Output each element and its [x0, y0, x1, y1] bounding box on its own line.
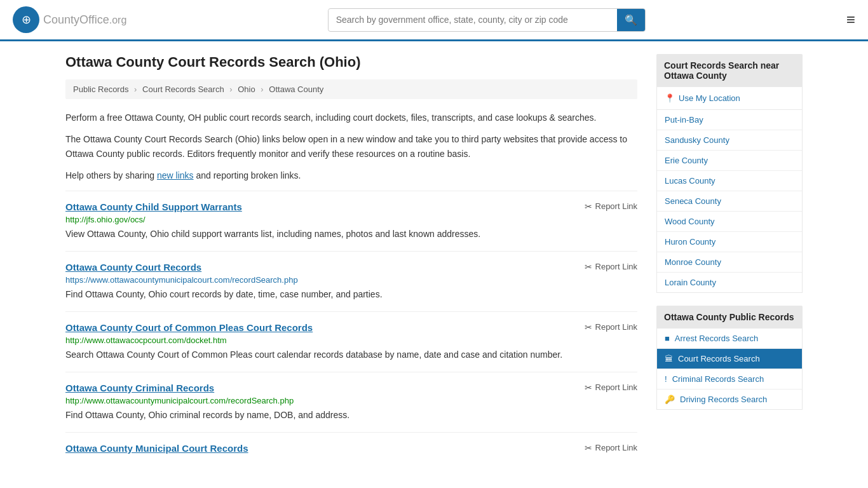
sidebar-public-records-section: Ottawa County Public Records ■ Arrest Re… [656, 306, 803, 410]
sidebar-item-wood[interactable]: Wood County [657, 212, 802, 232]
logo-area: ⊕ CountyOffice.org [13, 6, 126, 33]
logo-name: CountyOffice [43, 13, 109, 26]
result-item-3: Ottawa County Court of Common Pleas Cour… [65, 311, 637, 372]
logo-text: CountyOffice.org [43, 13, 126, 27]
result-item-4: Ottawa County Criminal Records ✂ Report … [65, 372, 637, 432]
logo-suffix: .org [109, 15, 127, 25]
result-desc-4: Find Ottawa County, Ohio criminal record… [65, 409, 637, 422]
search-button[interactable]: 🔍 [617, 9, 645, 31]
result-header-2: Ottawa County Court Records ✂ Report Lin… [65, 262, 637, 273]
breadcrumb-sep-3: › [261, 85, 263, 94]
breadcrumb-sep-1: › [134, 85, 137, 94]
report-label-4: Report Link [595, 383, 637, 392]
sidebar-item-criminal-records[interactable]: ! Criminal Records Search [657, 369, 802, 390]
sidebar-item-lorain[interactable]: Lorain County [657, 273, 802, 292]
driving-label: Driving Records Search [680, 395, 767, 404]
breadcrumb-ottawa-county[interactable]: Ottawa County [269, 85, 323, 94]
results-list: Ottawa County Child Support Warrants ✂ R… [65, 191, 637, 466]
use-location-label: Use My Location [679, 93, 740, 103]
result-desc-3: Search Ottawa County Court of Common Ple… [65, 348, 637, 362]
sidebar-public-records-list: ■ Arrest Records Search 🏛 Court Records … [656, 329, 803, 410]
report-icon-3: ✂ [585, 322, 592, 332]
report-label-2: Report Link [595, 262, 637, 271]
sidebar-item-put-in-bay[interactable]: Put-in-Bay [657, 110, 802, 130]
hamburger-menu-button[interactable]: ≡ [846, 11, 855, 29]
report-icon-5: ✂ [585, 443, 592, 453]
result-header-5: Ottawa County Municipal Court Records ✂ … [65, 443, 637, 454]
result-title-1[interactable]: Ottawa County Child Support Warrants [65, 201, 242, 212]
search-input[interactable] [329, 10, 617, 30]
result-url-4[interactable]: http://www.ottawacountymunicipalcourt.co… [65, 396, 637, 405]
page-title: Ottawa County Court Records Search (Ohio… [65, 54, 637, 71]
report-link-4[interactable]: ✂ Report Link [585, 383, 637, 393]
sidebar-public-records-heading: Ottawa County Public Records [656, 306, 803, 329]
court-icon: 🏛 [665, 354, 673, 363]
result-header-1: Ottawa County Child Support Warrants ✂ R… [65, 201, 637, 212]
intro3-pre: Help others by sharing [65, 170, 157, 180]
use-location-link[interactable]: 📍 Use My Location [656, 87, 803, 110]
intro-paragraph-1: Perform a free Ottawa County, OH public … [65, 111, 637, 125]
sidebar-nearby-list: Put-in-Bay Sandusky County Erie County L… [656, 110, 803, 293]
result-title-4[interactable]: Ottawa County Criminal Records [65, 383, 214, 393]
report-icon-4: ✂ [585, 383, 592, 393]
arrest-icon: ■ [665, 334, 670, 343]
breadcrumb-public-records[interactable]: Public Records [73, 85, 128, 94]
new-links-link[interactable]: new links [157, 170, 194, 180]
header: ⊕ CountyOffice.org 🔍 ≡ [0, 0, 868, 41]
report-link-3[interactable]: ✂ Report Link [585, 322, 637, 332]
sidebar-item-sandusky[interactable]: Sandusky County [657, 130, 802, 151]
result-url-2[interactable]: https://www.ottawacountymunicipalcourt.c… [65, 275, 637, 285]
breadcrumb: Public Records › Court Records Search › … [65, 79, 637, 99]
main-container: Ottawa County Court Records Search (Ohio… [53, 41, 815, 479]
sidebar-item-arrest-records[interactable]: ■ Arrest Records Search [657, 329, 802, 349]
sidebar-item-erie[interactable]: Erie County [657, 151, 802, 171]
driving-icon: 🔑 [665, 395, 675, 404]
sidebar-item-driving-records[interactable]: 🔑 Driving Records Search [657, 390, 802, 409]
result-item-1: Ottawa County Child Support Warrants ✂ R… [65, 191, 637, 251]
result-url-1[interactable]: http://jfs.ohio.gov/ocs/ [65, 215, 637, 224]
criminal-icon: ! [665, 374, 667, 384]
sidebar: Court Records Search near Ottawa County … [656, 54, 803, 466]
content-area: Ottawa County Court Records Search (Ohio… [65, 54, 637, 466]
intro3-post: and reporting broken links. [194, 170, 301, 180]
result-title-5[interactable]: Ottawa County Municipal Court Records [65, 443, 248, 454]
report-label-1: Report Link [595, 201, 637, 211]
sidebar-item-huron[interactable]: Huron County [657, 232, 802, 252]
search-bar: 🔍 [328, 8, 646, 32]
result-title-2[interactable]: Ottawa County Court Records [65, 262, 201, 273]
sidebar-item-lucas[interactable]: Lucas County [657, 171, 802, 191]
header-right: ≡ [846, 11, 855, 29]
result-title-3[interactable]: Ottawa County Court of Common Pleas Cour… [65, 322, 313, 333]
result-desc-1: View Ottawa County, Ohio child support w… [65, 227, 637, 241]
sidebar-nearby-section: Court Records Search near Ottawa County … [656, 54, 803, 293]
sidebar-item-seneca[interactable]: Seneca County [657, 191, 802, 212]
arrest-label: Arrest Records Search [675, 334, 759, 343]
report-link-5[interactable]: ✂ Report Link [585, 443, 637, 453]
sidebar-nearby-heading: Court Records Search near Ottawa County [656, 54, 803, 87]
result-url-3[interactable]: http://www.ottawacocpcourt.com/docket.ht… [65, 336, 637, 345]
logo-icon: ⊕ [13, 6, 39, 33]
report-label-5: Report Link [595, 443, 637, 452]
report-icon-2: ✂ [585, 262, 592, 272]
result-item-2: Ottawa County Court Records ✂ Report Lin… [65, 251, 637, 311]
criminal-label: Criminal Records Search [672, 374, 764, 384]
location-pin-icon: 📍 [665, 93, 675, 103]
intro-paragraph-3: Help others by sharing new links and rep… [65, 168, 637, 182]
report-label-3: Report Link [595, 322, 637, 332]
breadcrumb-ohio[interactable]: Ohio [238, 85, 255, 94]
report-icon-1: ✂ [585, 201, 592, 212]
intro-paragraph-2: The Ottawa County Court Records Search (… [65, 132, 637, 161]
result-header-4: Ottawa County Criminal Records ✂ Report … [65, 383, 637, 393]
report-link-1[interactable]: ✂ Report Link [585, 201, 637, 212]
result-desc-2: Find Ottawa County, Ohio court records b… [65, 288, 637, 301]
breadcrumb-court-records-search[interactable]: Court Records Search [142, 85, 224, 94]
court-label: Court Records Search [678, 354, 760, 363]
result-header-3: Ottawa County Court of Common Pleas Cour… [65, 322, 637, 333]
report-link-2[interactable]: ✂ Report Link [585, 262, 637, 272]
sidebar-item-monroe[interactable]: Monroe County [657, 252, 802, 273]
result-item-5: Ottawa County Municipal Court Records ✂ … [65, 432, 637, 466]
breadcrumb-sep-2: › [229, 85, 232, 94]
sidebar-item-court-records[interactable]: 🏛 Court Records Search [657, 349, 802, 369]
